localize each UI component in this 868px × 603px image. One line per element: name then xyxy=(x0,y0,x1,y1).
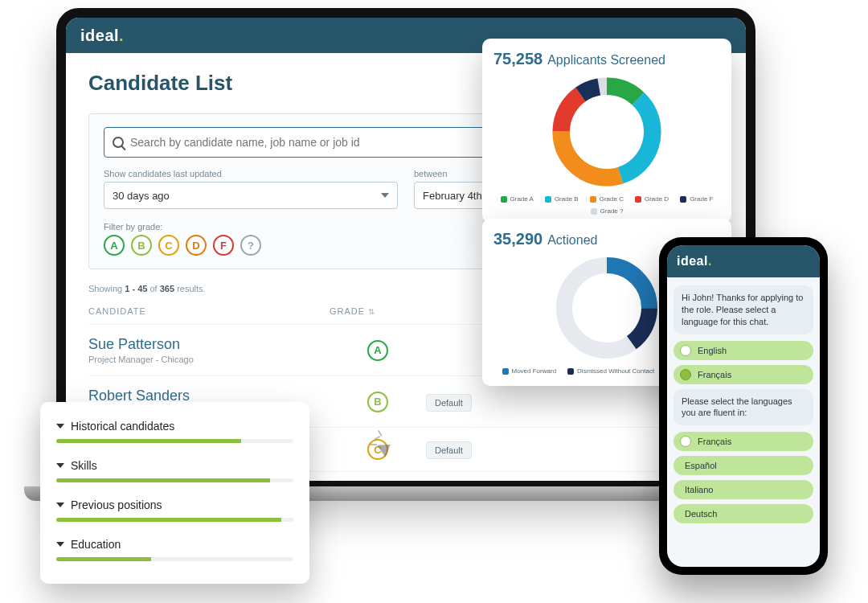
candidate-subtitle: Project Manager - Chicago xyxy=(88,355,330,364)
grade-chip-f[interactable]: F xyxy=(213,235,234,256)
brand-dot: . xyxy=(119,27,124,44)
progress-bar xyxy=(56,557,293,561)
chevron-down-icon xyxy=(56,503,64,507)
radio-icon xyxy=(680,436,691,447)
progress-bar xyxy=(56,518,293,522)
attributes-card: Historical candidates Skills Previous po… xyxy=(40,402,309,584)
brand-logo: ideal. xyxy=(80,27,124,45)
progress-bar xyxy=(56,478,293,482)
col-grade[interactable]: GRADE⇅ xyxy=(330,306,426,316)
action-pill[interactable]: Default xyxy=(426,441,472,459)
chevron-down-icon xyxy=(56,463,64,468)
phone-header: ideal. xyxy=(667,245,820,277)
screened-count: 75,258 xyxy=(493,50,542,68)
chat-option-deutsch[interactable]: Deutsch xyxy=(674,504,813,523)
actioned-label: Actioned xyxy=(547,233,597,248)
grade-chip-d[interactable]: D xyxy=(186,235,207,256)
radio-icon xyxy=(680,345,691,356)
screened-donut-chart xyxy=(547,72,667,192)
screened-label: Applicants Screened xyxy=(547,53,665,68)
last-updated-select[interactable]: 30 days ago xyxy=(104,182,398,209)
last-updated-value: 30 days ago xyxy=(113,190,170,202)
grade-chip-group: A B C D F ? xyxy=(104,235,261,256)
sort-icon: ⇅ xyxy=(368,307,375,316)
attribute-section[interactable]: Skills xyxy=(56,451,293,490)
brand-name: ideal xyxy=(80,27,119,44)
grade-chip-c[interactable]: C xyxy=(158,235,179,256)
actioned-count: 35,290 xyxy=(493,230,542,248)
chat-message: Hi John! Thanks for applying to the role… xyxy=(674,285,813,334)
chevron-down-icon xyxy=(56,542,64,547)
radio-icon xyxy=(680,369,691,380)
attribute-section[interactable]: Historical candidates xyxy=(56,412,293,451)
grade-chip-b[interactable]: B xyxy=(131,235,152,256)
attribute-section[interactable]: Previous positions xyxy=(56,490,293,530)
chat-option-english[interactable]: English xyxy=(674,341,813,360)
search-icon xyxy=(113,137,124,148)
chat-option-italiano[interactable]: Italiano xyxy=(674,480,813,499)
grade-filter-label: Filter by grade: xyxy=(104,222,261,232)
progress-bar xyxy=(56,439,293,443)
attribute-section[interactable]: Education xyxy=(56,530,293,569)
phone-screen: ideal. Hi John! Thanks for applying to t… xyxy=(667,245,820,567)
brand-logo: ideal. xyxy=(677,254,712,269)
grade-chip-a[interactable]: A xyxy=(104,235,125,256)
chat-option-espanol[interactable]: Español xyxy=(674,456,813,475)
screened-legend: Grade A Grade B Grade C Grade D Grade F … xyxy=(493,195,720,215)
actioned-donut-chart xyxy=(551,252,663,364)
col-candidate[interactable]: CANDIDATE xyxy=(88,306,330,316)
last-updated-label: Show candidates last updated xyxy=(104,169,398,178)
chevron-down-icon xyxy=(381,193,389,198)
applicants-screened-card: 75,258 Applicants Screened Grade A Grade… xyxy=(482,39,731,223)
cursor-icon xyxy=(375,436,398,458)
chat-option-francais[interactable]: Français xyxy=(674,365,813,384)
chat-option-francais-2[interactable]: Français xyxy=(674,432,813,451)
chat-message: Please select the languages you are flue… xyxy=(674,389,813,426)
grade-badge: A xyxy=(367,340,388,361)
chat-body: Hi John! Thanks for applying to the role… xyxy=(667,277,820,567)
chevron-down-icon xyxy=(56,424,64,429)
action-pill[interactable]: Default xyxy=(426,394,472,412)
grade-chip-unknown[interactable]: ? xyxy=(240,235,261,256)
candidate-name[interactable]: Sue Patterson xyxy=(88,336,330,353)
grade-badge: B xyxy=(367,392,388,412)
phone-frame: ideal. Hi John! Thanks for applying to t… xyxy=(659,237,828,575)
